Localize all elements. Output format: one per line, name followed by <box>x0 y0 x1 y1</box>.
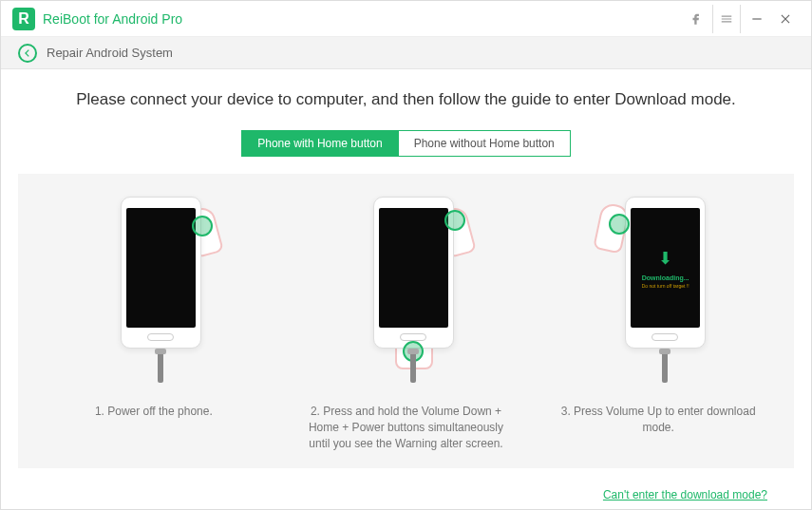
svg-rect-0 <box>752 18 761 19</box>
subheader: Repair Android System <box>1 37 811 69</box>
downloading-label: Downloading... <box>642 274 689 281</box>
app-title: ReiBoot for Android Pro <box>43 11 182 27</box>
downloading-warning: Do not turn off target !! <box>642 283 689 289</box>
app-logo: R <box>12 8 35 30</box>
facebook-icon[interactable] <box>682 5 710 33</box>
step-2-illustration <box>349 197 463 387</box>
menu-icon[interactable] <box>712 5 741 33</box>
minimize-button[interactable] <box>743 5 771 33</box>
step-1-text: 1. Power off the phone. <box>95 404 213 420</box>
step-3-text: 3. Press Volume Up to enter download mod… <box>554 404 763 436</box>
tab-with-home[interactable]: Phone with Home button <box>241 130 398 157</box>
titlebar: R ReiBoot for Android Pro <box>1 1 811 37</box>
download-arrow-icon: ⬇ <box>658 248 672 269</box>
close-button[interactable] <box>771 5 800 33</box>
cant-enter-link[interactable]: Can't enter the download mode? <box>603 488 767 501</box>
step-3: ⬇ Downloading... Do not turn off target … <box>541 197 775 451</box>
back-button[interactable] <box>18 44 37 63</box>
instruction-text: Please connect your device to computer, … <box>18 90 794 109</box>
step-1: 1. Power off the phone. <box>37 197 271 451</box>
step-2: 2. Press and hold the Volume Down + Home… <box>290 197 523 451</box>
step-3-illustration: ⬇ Downloading... Do not turn off target … <box>601 197 715 387</box>
steps-panel: 1. Power off the phone. 2. Press and hol… <box>18 174 794 468</box>
step-1-illustration <box>97 197 211 387</box>
tab-without-home[interactable]: Phone without Home button <box>399 130 571 157</box>
footer: Can't enter the download mode? <box>18 468 794 502</box>
step-2-text: 2. Press and hold the Volume Down + Home… <box>302 404 511 451</box>
volume-up-highlight <box>609 214 630 235</box>
tabs: Phone with Home button Phone without Hom… <box>18 130 794 157</box>
power-button-highlight <box>192 216 213 236</box>
breadcrumb: Repair Android System <box>47 46 173 60</box>
main-content: Please connect your device to computer, … <box>1 69 811 510</box>
volume-down-highlight <box>444 210 465 231</box>
